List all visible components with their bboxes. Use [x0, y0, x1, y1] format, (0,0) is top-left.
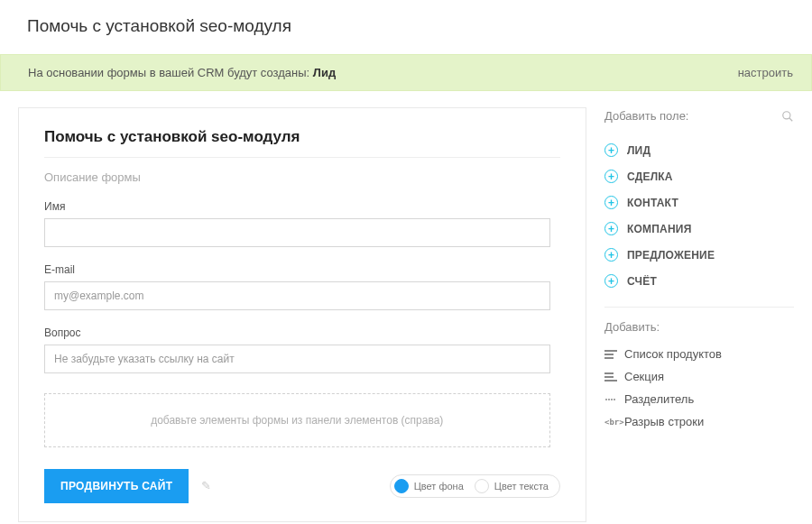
svg-rect-2	[604, 350, 617, 352]
svg-rect-4	[604, 357, 614, 359]
br-icon: <br>	[604, 418, 624, 427]
divider	[604, 307, 794, 308]
page-header: Помочь с установкой seo-модуля	[0, 0, 812, 54]
crm-notice: На основании формы в вашей CRM будут соз…	[0, 54, 812, 91]
add-field-search[interactable]: Добавить поле:	[604, 109, 794, 123]
notice-entity: Лид	[313, 66, 336, 79]
divider-icon	[604, 397, 624, 402]
field-question: Вопрос	[44, 326, 560, 373]
plus-icon: +	[604, 222, 618, 235]
field-label: Вопрос	[44, 326, 560, 339]
category-label: ПРЕДЛОЖЕНИЕ	[627, 249, 715, 262]
question-input[interactable]	[44, 345, 550, 373]
form-title[interactable]: Помочь с установкой seo-модуля	[44, 128, 560, 146]
section-icon	[604, 372, 624, 382]
plus-icon: +	[604, 143, 618, 157]
category-contact[interactable]: +КОНТАКТ	[604, 189, 794, 216]
plus-icon: +	[604, 170, 618, 183]
svg-point-10	[611, 399, 613, 400]
text-swatch-icon	[475, 479, 489, 493]
category-deal[interactable]: +СДЕЛКА	[604, 163, 794, 189]
bg-swatch-icon	[394, 479, 409, 493]
form-dropzone[interactable]: добавьте элементы формы из панели элемен…	[44, 393, 550, 447]
element-list: Список продуктов Секция Разделитель <br>…	[604, 343, 794, 433]
color-toggle: Цвет фона Цвет текста	[390, 474, 560, 498]
field-email: E-mail	[44, 263, 560, 310]
element-divider[interactable]: Разделитель	[604, 388, 794, 410]
svg-rect-6	[604, 376, 614, 378]
divider	[44, 157, 560, 158]
page-title: Помочь с установкой seo-модуля	[27, 16, 785, 36]
element-label: Разрыв строки	[624, 415, 704, 428]
category-company[interactable]: +КОМПАНИЯ	[604, 216, 794, 242]
plus-icon: +	[604, 196, 618, 209]
element-section[interactable]: Секция	[604, 365, 794, 388]
text-color-option[interactable]: Цвет текста	[473, 477, 558, 495]
svg-rect-7	[604, 380, 617, 382]
email-input[interactable]	[44, 281, 550, 310]
category-label: СДЕЛКА	[627, 170, 673, 183]
category-label: СЧЁТ	[627, 275, 657, 288]
plus-icon: +	[604, 274, 618, 288]
search-icon	[781, 110, 794, 123]
category-invoice[interactable]: +СЧЁТ	[604, 268, 794, 294]
svg-rect-5	[604, 372, 614, 374]
category-lead[interactable]: +ЛИД	[604, 137, 794, 163]
category-label: КОМПАНИЯ	[627, 223, 691, 235]
plus-icon: +	[604, 248, 618, 262]
notice-text: На основании формы в вашей CRM будут соз…	[28, 66, 336, 79]
search-label: Добавить поле:	[604, 109, 688, 123]
bg-color-option[interactable]: Цвет фона	[392, 477, 473, 495]
field-label: Имя	[44, 200, 560, 213]
svg-point-0	[783, 111, 790, 118]
element-linebreak[interactable]: <br> Разрыв строки	[604, 410, 794, 433]
category-label: КОНТАКТ	[627, 197, 678, 209]
svg-point-9	[608, 399, 610, 400]
form-footer: ПРОДВИНУТЬ САЙТ ✎ Цвет фона Цвет текста	[44, 469, 560, 503]
element-product-list[interactable]: Список продуктов	[604, 343, 794, 365]
bg-color-label: Цвет фона	[414, 481, 464, 492]
add-elements-label: Добавить:	[604, 320, 794, 334]
name-input[interactable]	[44, 218, 550, 247]
list-icon	[604, 350, 624, 359]
svg-line-1	[789, 117, 793, 121]
element-label: Список продуктов	[624, 347, 722, 361]
field-label: E-mail	[44, 263, 560, 276]
svg-point-8	[605, 399, 607, 400]
notice-prefix: На основании формы в вашей CRM будут соз…	[28, 66, 313, 79]
svg-point-11	[614, 399, 615, 400]
elements-panel: Добавить поле: +ЛИД +СДЕЛКА +КОНТАКТ +КО…	[604, 107, 794, 522]
element-label: Разделитель	[624, 392, 694, 406]
svg-rect-3	[604, 354, 614, 355]
edit-button-icon[interactable]: ✎	[201, 479, 211, 492]
text-color-label: Цвет текста	[494, 481, 549, 492]
category-offer[interactable]: +ПРЕДЛОЖЕНИЕ	[604, 242, 794, 268]
form-builder-panel: Помочь с установкой seo-модуля Описание …	[18, 107, 586, 522]
element-label: Секция	[624, 370, 664, 383]
field-name: Имя	[44, 200, 560, 247]
form-description[interactable]: Описание формы	[44, 170, 560, 184]
configure-link[interactable]: настроить	[738, 66, 793, 79]
submit-button[interactable]: ПРОДВИНУТЬ САЙТ	[44, 469, 189, 503]
category-label: ЛИД	[627, 144, 651, 157]
category-list: +ЛИД +СДЕЛКА +КОНТАКТ +КОМПАНИЯ +ПРЕДЛОЖ…	[604, 137, 794, 294]
